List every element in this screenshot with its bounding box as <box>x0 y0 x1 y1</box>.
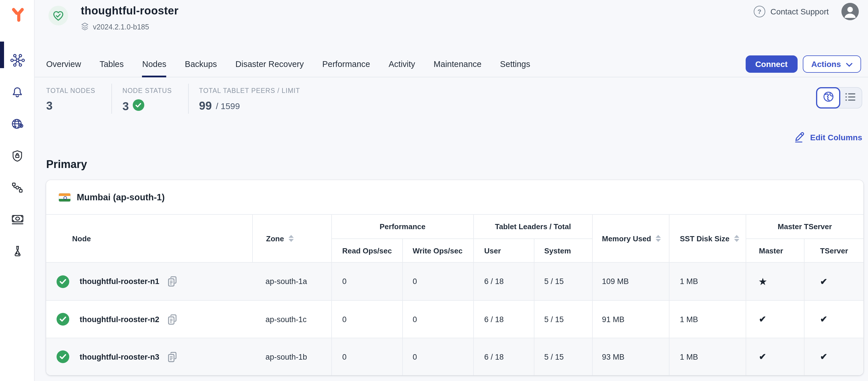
pencil-icon <box>794 130 805 144</box>
sort-icon <box>288 235 294 242</box>
layers-icon <box>81 22 89 32</box>
user-avatar[interactable] <box>841 3 859 20</box>
version-text: v2024.2.1.0-b185 <box>93 23 149 31</box>
col-header-tserver: TServer <box>804 239 863 262</box>
view-toggle <box>816 87 862 109</box>
copy-icon[interactable] <box>167 276 177 287</box>
cluster-health-icon <box>49 6 68 25</box>
col-header-node: Node <box>46 215 252 262</box>
india-flag-icon <box>59 193 70 201</box>
table-row: thoughtful-rooster-n2 ap-south-1c 0 0 6 … <box>46 300 863 338</box>
stat-node-status: NODE STATUS 3 <box>112 84 188 114</box>
app-root: thoughtful-rooster v2024.2.1.0-b185 ? Co… <box>0 0 868 381</box>
tab-settings[interactable]: Settings <box>500 51 530 77</box>
system-tablets-cell: 5 / 15 <box>534 301 592 338</box>
list-icon <box>845 91 857 104</box>
read-ops-cell: 0 <box>331 338 402 375</box>
chevron-down-icon <box>846 59 852 69</box>
tserver-cell: ✔ <box>804 263 863 300</box>
region-name: Mumbai (ap-south-1) <box>77 192 165 202</box>
connect-button[interactable]: Connect <box>745 55 797 73</box>
cluster-version: v2024.2.1.0-b185 <box>81 22 149 32</box>
stat-tablet-peers: TOTAL TABLET PEERS / LIMIT 99 / 1599 <box>189 84 316 114</box>
page-title: thoughtful-rooster <box>81 5 179 17</box>
yugabyte-logo-icon[interactable] <box>10 7 26 23</box>
col-header-system: System <box>534 239 592 262</box>
zone-cell: ap-south-1a <box>252 263 331 300</box>
sidebar-item-clusters[interactable] <box>0 45 35 76</box>
user-tablets-cell: 6 / 18 <box>473 301 534 338</box>
read-ops-cell: 0 <box>331 263 402 300</box>
col-group-tablet-leaders: Tablet Leaders / Total <box>473 215 592 239</box>
col-group-master-tserver: Master TServer <box>746 215 863 239</box>
zone-cell: ap-south-1b <box>252 338 331 375</box>
sidebar-item-security[interactable] <box>0 140 35 171</box>
top-header: thoughtful-rooster v2024.2.1.0-b185 ? Co… <box>35 0 868 51</box>
master-cell: ✔ <box>746 301 804 338</box>
copy-icon[interactable] <box>167 351 177 362</box>
sort-icon <box>734 235 739 242</box>
master-leader-cell: ★ <box>746 263 804 300</box>
col-header-memory[interactable]: Memory Used <box>592 215 669 262</box>
node-healthy-icon <box>57 275 69 288</box>
col-header-write-ops: Write Ops/sec <box>402 239 473 262</box>
sidebar-item-labs[interactable] <box>0 235 35 267</box>
tab-nodes[interactable]: Nodes <box>142 51 166 77</box>
cluster-tabbar: Overview Tables Nodes Backups Disaster R… <box>35 51 868 77</box>
stats-row: TOTAL NODES 3 NODE STATUS 3 TOTAL TABLET… <box>46 84 316 114</box>
write-ops-cell: 0 <box>402 338 473 375</box>
healthy-check-icon <box>133 99 145 114</box>
node-cell: thoughtful-rooster-n2 <box>46 301 252 338</box>
col-header-user: User <box>473 239 534 262</box>
col-header-read-ops: Read Ops/sec <box>331 239 402 262</box>
nodes-table-header: Node Zone Performance Read Ops/sec Write… <box>46 215 863 263</box>
region-header: Mumbai (ap-south-1) <box>46 180 863 215</box>
col-group-performance: Performance <box>331 215 473 239</box>
help-icon: ? <box>754 6 765 17</box>
col-header-zone[interactable]: Zone <box>252 215 331 262</box>
sidebar-item-integrations[interactable] <box>0 171 35 203</box>
tab-disaster-recovery[interactable]: Disaster Recovery <box>236 51 304 77</box>
section-title: Primary <box>46 158 87 171</box>
system-tablets-cell: 5 / 15 <box>534 338 592 375</box>
sidebar-item-network-settings[interactable] <box>0 108 35 140</box>
system-tablets-cell: 5 / 15 <box>534 263 592 300</box>
sst-cell: 1 MB <box>669 301 746 338</box>
col-header-master: Master <box>746 239 804 262</box>
node-name: thoughtful-rooster-n3 <box>80 352 159 361</box>
contact-support-label: Contact Support <box>771 7 829 16</box>
tab-maintenance[interactable]: Maintenance <box>434 51 482 77</box>
contact-support-link[interactable]: ? Contact Support <box>754 6 829 17</box>
write-ops-cell: 0 <box>402 301 473 338</box>
list-view-toggle[interactable] <box>840 88 862 108</box>
sst-cell: 1 MB <box>669 338 746 375</box>
stat-total-nodes: TOTAL NODES 3 <box>46 84 112 114</box>
tab-backups[interactable]: Backups <box>185 51 217 77</box>
node-name: thoughtful-rooster-n1 <box>80 277 159 286</box>
sidebar-item-billing[interactable] <box>0 203 35 235</box>
node-cell: thoughtful-rooster-n3 <box>46 338 252 375</box>
node-healthy-icon <box>57 313 69 326</box>
table-row: thoughtful-rooster-n1 ap-south-1a 0 0 6 … <box>46 263 863 300</box>
table-row: thoughtful-rooster-n3 ap-south-1b 0 0 6 … <box>46 338 863 375</box>
node-name: thoughtful-rooster-n2 <box>80 315 159 324</box>
sidebar-nav <box>0 45 35 267</box>
copy-icon[interactable] <box>167 314 177 325</box>
tab-activity[interactable]: Activity <box>389 51 415 77</box>
tab-overview[interactable]: Overview <box>46 51 81 77</box>
memory-cell: 93 MB <box>592 338 669 375</box>
col-header-sst[interactable]: SST Disk Size <box>669 215 746 262</box>
memory-cell: 91 MB <box>592 301 669 338</box>
edit-columns-button[interactable]: Edit Columns <box>794 130 862 144</box>
sidebar-item-alerts[interactable] <box>0 76 35 108</box>
node-cell: thoughtful-rooster-n1 <box>46 263 252 300</box>
memory-cell: 109 MB <box>592 263 669 300</box>
globe-icon <box>822 91 834 105</box>
user-tablets-cell: 6 / 18 <box>473 263 534 300</box>
region-card: Mumbai (ap-south-1) Node Zone Performanc… <box>46 180 863 375</box>
actions-button[interactable]: Actions <box>803 55 861 73</box>
tab-tables[interactable]: Tables <box>99 51 124 77</box>
map-view-toggle[interactable] <box>816 87 840 109</box>
tab-performance[interactable]: Performance <box>322 51 370 77</box>
tserver-cell: ✔ <box>804 301 863 338</box>
